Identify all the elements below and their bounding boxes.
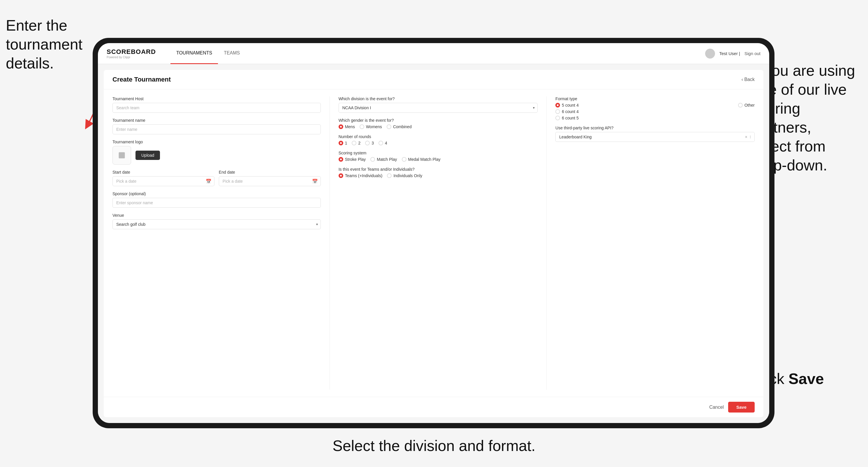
gender-radio-group: Mens Womens Combined [339,124,538,129]
format-6count4[interactable]: 6 count 4 [555,109,579,114]
gender-label: Which gender is the event for? [339,118,538,123]
tournament-name-label: Tournament name [113,118,321,123]
tournament-host-label: Tournament Host [113,96,321,101]
logo-sub: Powered by Clippi [106,56,156,59]
form-col-1: Tournament Host Tournament name Tourname… [113,96,321,390]
rounds-3-radio[interactable] [365,141,370,145]
teams-teams-radio[interactable] [339,173,343,178]
format-6count5-label: 6 count 5 [562,116,579,120]
format-6count4-label: 6 count 4 [562,109,579,114]
tournament-host-input[interactable] [113,103,321,113]
scoring-match-radio[interactable] [370,157,375,162]
sponsor-label: Sponsor (optional) [113,191,321,196]
live-scoring-label: Use third-party live scoring API? [555,126,755,130]
gender-mens[interactable]: Mens [339,124,355,129]
rounds-2-label: 2 [358,141,361,145]
gender-combined-radio[interactable] [386,124,391,129]
form-body: Tournament Host Tournament name Tourname… [104,89,764,397]
start-date-input[interactable] [113,176,214,186]
logo-area: SCOREBOARD Powered by Clippi [106,48,156,59]
live-scoring-clear-btn[interactable]: × [745,134,747,139]
teams-radio-group: Teams (+Individuals) Individuals Only [339,173,538,178]
scoring-medal-label: Medal Match Play [408,157,440,162]
gender-womens[interactable]: Womens [360,124,382,129]
live-scoring-group: Use third-party live scoring API? Leader… [555,126,755,142]
gender-combined[interactable]: Combined [386,124,412,129]
format-5count4-radio[interactable] [555,103,560,107]
tournament-name-input[interactable] [113,124,321,134]
gender-womens-radio[interactable] [360,124,364,129]
rounds-4-label: 4 [385,141,387,145]
click-save-bold: Save [788,370,824,387]
scoring-match-label: Match Play [377,157,397,162]
venue-group: Venue Search golf club ▾ [113,213,321,229]
division-select[interactable]: NCAA Division I [339,103,538,113]
scoring-stroke[interactable]: Stroke Play [339,157,366,162]
scoring-stroke-label: Stroke Play [345,157,366,162]
teams-teams-label: Teams (+Individuals) [345,173,382,178]
back-link[interactable]: ‹ Back [742,77,755,82]
end-date-group: End date 📅 [219,170,321,186]
tab-tournaments[interactable]: TOURNAMENTS [170,43,218,64]
app-header: SCOREBOARD Powered by Clippi TOURNAMENTS… [98,43,769,64]
venue-select[interactable]: Search golf club [113,219,321,229]
live-scoring-expand-btn[interactable]: ⁝ [750,134,751,139]
gender-mens-label: Mens [345,124,355,129]
format-other-radio[interactable] [738,103,743,107]
logo-text: SCOREBOARD [106,48,156,56]
tournament-host-group: Tournament Host [113,96,321,113]
rounds-label: Number of rounds [339,134,538,139]
teams-individuals-label: Individuals Only [393,173,422,178]
rounds-radio-group: 1 2 3 [339,141,538,145]
scoring-medal[interactable]: Medal Match Play [402,157,440,162]
tablet-screen: SCOREBOARD Powered by Clippi TOURNAMENTS… [98,43,769,423]
upload-button[interactable]: Upload [135,151,160,160]
form-header: Create Tournament ‹ Back [104,70,764,89]
end-date-input[interactable] [219,176,321,186]
logo-upload-area: Upload [113,146,321,165]
format-left: 5 count 4 6 count 4 6 count 5 [555,103,579,120]
format-5count4-label: 5 count 4 [562,103,579,107]
format-5count4[interactable]: 5 count 4 [555,103,579,107]
header-right: Test User | Sign out [705,49,761,59]
format-6count5-radio[interactable] [555,116,560,120]
gender-group: Which gender is the event for? Mens Wome… [339,118,538,129]
format-other[interactable]: Other [738,103,755,107]
start-date-wrapper: 📅 [113,176,214,186]
tab-teams[interactable]: TEAMS [218,43,246,64]
save-button[interactable]: Save [728,402,755,412]
form-col-3: Format type 5 count 4 6 count [546,96,755,390]
end-date-wrapper: 📅 [219,176,321,186]
teams-group: Is this event for Teams and/or Individua… [339,167,538,178]
sign-out-link[interactable]: Sign out [744,51,761,56]
form-col-2: Which division is the event for? NCAA Di… [330,96,538,390]
format-6count4-radio[interactable] [555,109,560,114]
tournament-logo-group: Tournament logo Upload [113,139,321,165]
rounds-3[interactable]: 3 [365,141,374,145]
image-icon [118,151,126,159]
calendar-icon-start: 📅 [206,179,212,184]
rounds-4[interactable]: 4 [378,141,387,145]
teams-individuals-radio[interactable] [387,173,392,178]
cancel-button[interactable]: Cancel [709,405,724,410]
gender-mens-radio[interactable] [339,124,343,129]
rounds-2-radio[interactable] [352,141,356,145]
rounds-2[interactable]: 2 [352,141,361,145]
rounds-1-radio[interactable] [339,141,343,145]
gender-womens-label: Womens [366,124,382,129]
scoring-medal-radio[interactable] [402,157,406,162]
teams-individuals[interactable]: Individuals Only [387,173,422,178]
rounds-1[interactable]: 1 [339,141,347,145]
division-label: Which division is the event for? [339,96,538,101]
format-6count5[interactable]: 6 count 5 [555,116,579,120]
venue-select-wrapper: Search golf club ▾ [113,219,321,229]
rounds-4-radio[interactable] [378,141,383,145]
live-scoring-select[interactable]: Leaderboard King × ⁝ [555,132,755,142]
header-left: SCOREBOARD Powered by Clippi TOURNAMENTS… [106,43,246,64]
teams-teams[interactable]: Teams (+Individuals) [339,173,382,178]
sponsor-input[interactable] [113,198,321,208]
scoring-stroke-radio[interactable] [339,157,343,162]
division-group: Which division is the event for? NCAA Di… [339,96,538,113]
scoring-match[interactable]: Match Play [370,157,397,162]
avatar [705,49,715,59]
